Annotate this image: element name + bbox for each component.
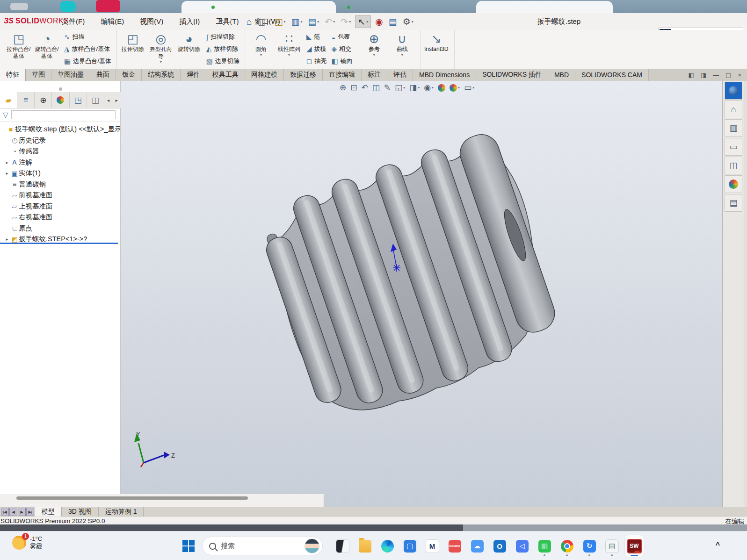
home-icon[interactable]: ⌂	[245, 16, 253, 27]
configurationmanager-tab[interactable]: ⊕	[35, 92, 52, 108]
sheet-nav-button[interactable]: ▶	[18, 508, 26, 516]
menu-编辑(E)[interactable]: 编辑(E)	[99, 16, 126, 27]
bottom-tab-模型[interactable]: 模型	[35, 507, 62, 517]
ribbon-tab-网格建模[interactable]: 网格建模	[245, 69, 284, 81]
wrap-button[interactable]: ◒包覆	[330, 31, 354, 43]
whiteboard-app-icon[interactable]: ▤	[602, 535, 621, 557]
tree-item[interactable]: ≡普通碳钢	[0, 179, 120, 190]
ribbon-tab-结构系统[interactable]: 结构系统	[142, 69, 181, 81]
close-button[interactable]: ×	[738, 72, 741, 79]
huawei-store-app-icon[interactable]: HUAWEI	[445, 535, 464, 557]
ribbon-tab-MBD Dimensions[interactable]: MBD Dimensions	[413, 69, 476, 81]
displaymanager-tab[interactable]	[52, 92, 69, 108]
tray-chevron-icon[interactable]: ^	[716, 541, 720, 549]
revolved-cut-button[interactable]: ◕旋转切除	[175, 31, 203, 53]
dimxpertmanager-tab[interactable]: ◳	[70, 92, 87, 108]
ribbon-tab-数据迁移[interactable]: 数据迁移	[284, 69, 323, 81]
sheet-nav-button[interactable]: |◀	[1, 508, 9, 516]
tree-item[interactable]: ▸▣实体(1)	[0, 168, 120, 179]
ledger-app-icon[interactable]: ▥	[535, 535, 554, 557]
tree-filter-input[interactable]	[11, 110, 116, 119]
huawei-cloud-app-icon[interactable]: ☁	[468, 535, 486, 557]
lofted-boss-button[interactable]: ◮放样凸台/基体	[63, 43, 113, 55]
file-explorer-app-icon[interactable]	[355, 535, 374, 557]
home-tab[interactable]: ⌂	[725, 101, 742, 118]
sheet-nav-button[interactable]: ◀	[9, 508, 17, 516]
boundary-cut-button[interactable]: ▧边界切除	[205, 55, 241, 67]
print-icon[interactable]: ▤▾	[306, 16, 320, 27]
ribbon-tab-特征[interactable]: 特征	[0, 69, 26, 81]
pane-collapse-right-button[interactable]: ◨	[701, 72, 706, 79]
hole-wizard-button[interactable]: ◎异型孔向导▾	[147, 31, 174, 64]
filter-funnel-icon[interactable]: ▽	[3, 111, 8, 119]
ribbon-tab-焊件[interactable]: 焊件	[181, 69, 206, 81]
view-palette-tab[interactable]: ◫	[725, 157, 742, 174]
instant3d-button[interactable]: ↘Instant3D	[423, 31, 450, 53]
propertymanager-tab[interactable]: ≡	[17, 92, 35, 108]
ribbon-tab-钣金[interactable]: 钣金	[116, 69, 142, 81]
panel-tabs-scroll-right[interactable]: ▸	[112, 92, 121, 108]
ribbon-tab-MBD[interactable]: MBD	[548, 69, 575, 81]
rib-button[interactable]: ◣筋	[305, 31, 328, 43]
tree-item[interactable]: ▱前视基准面	[0, 190, 120, 201]
weather-widget[interactable]: 1 -1°C 雾霾	[12, 535, 42, 550]
ribbon-tab-标注[interactable]: 标注	[362, 69, 387, 81]
restore-button[interactable]: ▢	[725, 72, 731, 79]
solidworks-app-icon[interactable]: SW2022	[625, 535, 644, 557]
menu-视图(V)[interactable]: 视图(V)	[138, 16, 165, 27]
boundary-boss-button[interactable]: ▦边界凸台/基体	[63, 55, 113, 67]
ribbon-tab-草图[interactable]: 草图	[26, 69, 51, 81]
file-explorer-tab[interactable]: ▭	[725, 138, 742, 156]
bom-options-icon[interactable]: ▤	[387, 16, 399, 27]
pane-collapse-left-button[interactable]: ◧	[689, 72, 694, 79]
extruded-cut-button[interactable]: ◰拉伸切除	[119, 31, 146, 53]
intersect-button[interactable]: ◈相交	[330, 43, 354, 55]
undo-icon[interactable]: ↶▾	[323, 16, 336, 27]
reference-geometry-button[interactable]: ⊕参考▾	[361, 31, 388, 57]
tree-item[interactable]: ▱上视基准面	[0, 201, 120, 212]
settings-gear-icon[interactable]: ⚙▾	[401, 16, 415, 27]
draft-button[interactable]: ◢拔模	[305, 43, 328, 55]
menu-文件(F)[interactable]: 文件(F)	[60, 16, 87, 27]
design-library-tab[interactable]: ▥	[725, 119, 742, 137]
select-cursor-icon[interactable]: ↖▾	[355, 15, 371, 28]
panel-collapse-handle[interactable]	[59, 87, 62, 91]
browser-swoosh-app-icon[interactable]: ↻	[580, 535, 599, 557]
tree-item[interactable]: ▱右视基准面	[0, 212, 120, 223]
rebuild-traffic-icon[interactable]: ◉	[374, 16, 384, 27]
sheet-nav-button[interactable]: ▶|	[26, 508, 34, 516]
tree-item[interactable]: ▸A注解	[0, 157, 120, 168]
bottom-tab-运动算例 1[interactable]: 运动算例 1	[99, 507, 144, 517]
ribbon-tab-草图油墨[interactable]: 草图油墨	[51, 69, 90, 81]
swept-boss-button[interactable]: ∿扫描	[63, 31, 113, 43]
open-icon[interactable]: ◰▾	[273, 16, 287, 27]
menu-插入(I)[interactable]: 插入(I)	[177, 16, 202, 27]
lofted-cut-button[interactable]: ◭放样切除	[205, 43, 241, 55]
swept-cut-button[interactable]: ∫扫描切除	[205, 31, 241, 43]
mindmaster-app-icon[interactable]: M	[423, 535, 442, 557]
ribbon-tab-曲面[interactable]: 曲面	[90, 69, 116, 81]
mirror-button[interactable]: ◧镜向	[330, 55, 354, 67]
revolved-boss-button[interactable]: ◔旋转凸台/基体	[33, 31, 60, 60]
graphics-viewport[interactable]: ⊕⊡↶◫✎◱▾◨▾◉▾▾▭▾	[121, 81, 722, 507]
cam-tree-tab[interactable]: ◫	[87, 92, 104, 108]
task-view-app-icon[interactable]	[333, 535, 352, 557]
horizontal-scrollbar[interactable]	[16, 496, 248, 500]
new-document-icon[interactable]: ▢▾	[256, 16, 270, 27]
ribbon-tab-SOLIDWORKS 插件[interactable]: SOLIDWORKS 插件	[476, 69, 548, 81]
fillet-button[interactable]: ◠圆角▾	[247, 31, 275, 57]
featuremanager-tab[interactable]: ▰	[0, 92, 17, 108]
ribbon-tab-模具工具[interactable]: 模具工具	[206, 69, 245, 81]
minimize-button[interactable]: —	[713, 72, 719, 79]
xunlei-app-icon[interactable]: ◁	[513, 535, 531, 557]
custom-properties-tab[interactable]: ▤	[725, 194, 742, 212]
bottom-tab-3D 视图[interactable]: 3D 视图	[62, 507, 99, 517]
start-button[interactable]	[182, 540, 195, 552]
taskbar-search[interactable]: 搜索	[202, 537, 323, 555]
tree-item[interactable]: ∟原点	[0, 223, 120, 234]
tree-item[interactable]: ◷历史记录	[0, 135, 120, 146]
ribbon-tab-直接编辑[interactable]: 直接编辑	[323, 69, 362, 81]
rollback-bar[interactable]	[0, 243, 118, 244]
ribbon-tab-评估[interactable]: 评估	[387, 69, 413, 81]
appearances-tab[interactable]	[725, 175, 742, 193]
